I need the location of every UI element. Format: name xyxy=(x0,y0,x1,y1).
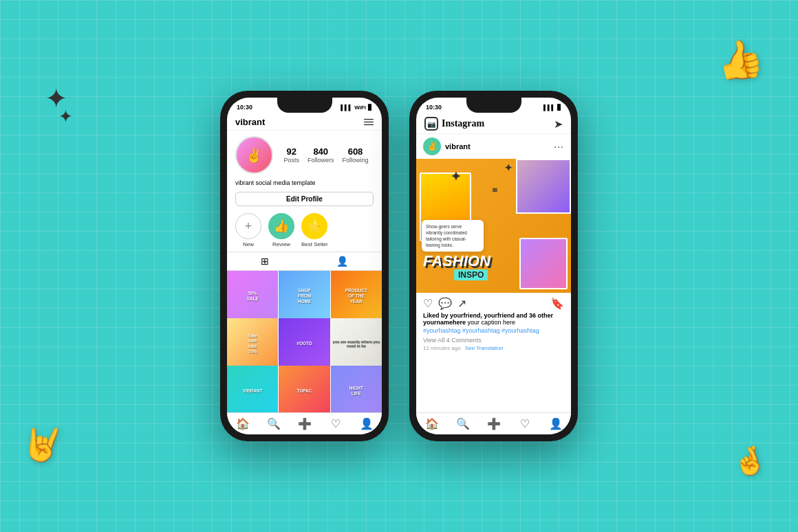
post-cell-7[interactable]: VIBRANT xyxy=(227,366,278,412)
bookmark-icon[interactable]: 🔖 xyxy=(550,297,564,310)
phone1-status-icons: ▌▌▌ WiFi ▊ xyxy=(341,104,372,111)
phone-profile: 10:30 ▌▌▌ WiFi ▊ vibrant xyxy=(220,91,389,441)
phone2-nav-profile-icon[interactable]: 👤 xyxy=(546,417,565,430)
post-text-9: NIGHTLIFE xyxy=(348,384,365,398)
profile-bio: vibrant social media template xyxy=(227,179,382,189)
post-cell-6[interactable]: you are exactly where you need to be xyxy=(331,318,382,369)
post-cell-inner-9: NIGHTLIFE xyxy=(331,366,382,412)
phone2-nav-add-icon[interactable]: ➕ xyxy=(484,417,504,430)
post-cell-8[interactable]: TUPAC xyxy=(279,366,330,412)
phone2-nav-heart-icon[interactable]: ♡ xyxy=(515,417,535,430)
caption-bubble: Show-goers serve vibrantly coordinated t… xyxy=(422,220,484,252)
posts-label: Posts xyxy=(283,157,299,164)
fashion-title-text: FASHION xyxy=(423,254,490,269)
hamburger-line3 xyxy=(364,124,374,126)
nav-search-icon[interactable]: 🔍 xyxy=(264,417,283,430)
ig-post-more-button[interactable]: ··· xyxy=(554,141,564,152)
phones-container: 10:30 ▌▌▌ WiFi ▊ vibrant xyxy=(0,0,798,532)
profile-screen: vibrant ✌️ 92 Posts xyxy=(227,114,382,434)
nav-add-icon[interactable]: ➕ xyxy=(295,417,314,430)
profile-stats: 92 Posts 840 Followers 608 Following xyxy=(279,146,374,164)
ig-actions-bar: ♡ 💬 ↗ 🔖 xyxy=(416,293,571,312)
phone1-time: 10:30 xyxy=(237,104,252,111)
like-icon[interactable]: ♡ xyxy=(423,297,433,310)
spark-icon-3: ≋ xyxy=(492,186,497,194)
phone2-battery-icon: ▊ xyxy=(557,104,561,111)
phone2-status-icons: ▌▌▌ ▊ xyxy=(543,104,561,111)
followers-count: 840 xyxy=(308,146,334,157)
tab-grid[interactable]: ⊞ xyxy=(261,256,269,267)
phone-instagram: 10:30 ▌▌▌ ▊ 📷 Instagram ➤ xyxy=(409,91,578,441)
nav-profile-icon[interactable]: 👤 xyxy=(357,417,376,430)
phone2-nav-home-icon[interactable]: 🏠 xyxy=(422,417,442,430)
post-text-1: 50%SALE xyxy=(245,289,259,303)
phone2-nav-search-icon[interactable]: 🔍 xyxy=(453,417,473,430)
share-icon[interactable]: ↗ xyxy=(457,297,466,310)
instagram-logo-icon: 📷 xyxy=(424,117,438,131)
followers-label: Followers xyxy=(308,157,334,164)
highlight-bestseller[interactable]: ⭐ Best Seller xyxy=(301,213,328,247)
highlight-review[interactable]: 👍 Review xyxy=(268,213,294,247)
post-text-3: PRODUCTOF THEYEAR xyxy=(344,287,369,305)
post-cell-inner-8: TUPAC xyxy=(279,366,330,412)
post-cell-9[interactable]: NIGHTLIFE xyxy=(331,366,382,412)
send-message-icon[interactable]: ➤ xyxy=(554,118,563,131)
photo-collage-top-right xyxy=(516,159,571,214)
highlight-review-circle: 👍 xyxy=(268,213,294,239)
ig-post-header: ✌️ vibrant ··· xyxy=(416,134,571,159)
time-text: 11 minutes ago xyxy=(423,345,461,351)
highlight-bestseller-label: Best Seller xyxy=(301,241,328,247)
post-text-6: you are exactly where you need to be xyxy=(331,338,382,350)
post-cell-4[interactable]: Salesalesale70% xyxy=(227,318,278,369)
nav-heart-icon[interactable]: ♡ xyxy=(326,417,345,430)
spark-icon-1: ✦ xyxy=(451,169,461,184)
ig-post-username[interactable]: vibrant xyxy=(445,142,471,151)
highlight-review-label: Review xyxy=(272,241,290,247)
post-grid: 50%SALE SHOPFROMHOME PRODUCTOF THEYEAR xyxy=(227,271,382,412)
profile-avatar[interactable]: ✌️ xyxy=(235,136,273,174)
spark-icon-2: ✦ xyxy=(504,162,513,173)
highlight-new[interactable]: + New xyxy=(235,213,261,247)
highlight-bestseller-circle: ⭐ xyxy=(301,213,327,239)
profile-header: vibrant xyxy=(227,114,382,131)
inspo-badge: INSPO xyxy=(454,269,488,280)
phone1-bottom-nav: 🏠 🔍 ➕ ♡ 👤 xyxy=(227,412,382,434)
likes-count-text: Liked by yourfriend, yourfriend and 36 o… xyxy=(423,312,553,319)
view-comments-link[interactable]: View All 4 Comments xyxy=(416,337,571,344)
caption-username[interactable]: yournamehere xyxy=(423,319,466,326)
phone2-time: 10:30 xyxy=(426,104,442,111)
battery-icon: ▊ xyxy=(368,104,372,111)
phone-profile-screen: 10:30 ▌▌▌ WiFi ▊ vibrant xyxy=(227,98,382,434)
highlight-new-circle: + xyxy=(235,213,261,239)
profile-info: ✌️ 92 Posts 840 Followers 608 Following xyxy=(227,131,382,179)
tab-tagged[interactable]: 👤 xyxy=(336,256,348,267)
hamburger-menu[interactable] xyxy=(364,119,374,126)
edit-profile-button[interactable]: Edit Profile xyxy=(235,192,374,206)
wifi-icon: WiFi xyxy=(354,104,366,111)
post-cell-inner-2: SHOPFROMHOME xyxy=(279,271,330,322)
following-label: Following xyxy=(343,157,369,164)
new-plus-icon: + xyxy=(245,219,252,234)
post-text-4: Salesalesale70% xyxy=(246,332,258,356)
post-cell-inner-1: 50%SALE xyxy=(227,271,278,322)
post-cell-inner-7: VIBRANT xyxy=(227,366,278,412)
post-cell-1[interactable]: 50%SALE xyxy=(227,271,278,322)
nav-home-icon[interactable]: 🏠 xyxy=(233,417,252,430)
ig-post-user: ✌️ vibrant xyxy=(423,137,471,155)
post-cell-2[interactable]: SHOPFROMHOME xyxy=(279,271,330,322)
phone2-signal-icon: ▌▌▌ xyxy=(543,104,555,111)
highlight-new-label: New xyxy=(243,241,254,247)
post-cell-inner-6: you are exactly where you need to be xyxy=(331,318,382,369)
see-translation-link[interactable]: See Translation xyxy=(465,345,504,351)
ig-post-image: FASHION INSPO Show-goers serve vibrantly… xyxy=(416,159,571,293)
instagram-wordmark: Instagram xyxy=(442,118,484,129)
comment-icon[interactable]: 💬 xyxy=(438,297,452,310)
fashion-background: FASHION INSPO Show-goers serve vibrantly… xyxy=(416,159,571,293)
signal-icon: ▌▌▌ xyxy=(341,104,352,111)
caption-text: your caption here xyxy=(468,319,516,326)
post-cell-5[interactable]: #OOTD xyxy=(279,318,330,369)
stat-posts: 92 Posts xyxy=(283,146,299,164)
phone2-notch xyxy=(466,98,521,113)
review-emoji: 👍 xyxy=(274,219,289,234)
post-cell-3[interactable]: PRODUCTOF THEYEAR xyxy=(331,271,382,322)
